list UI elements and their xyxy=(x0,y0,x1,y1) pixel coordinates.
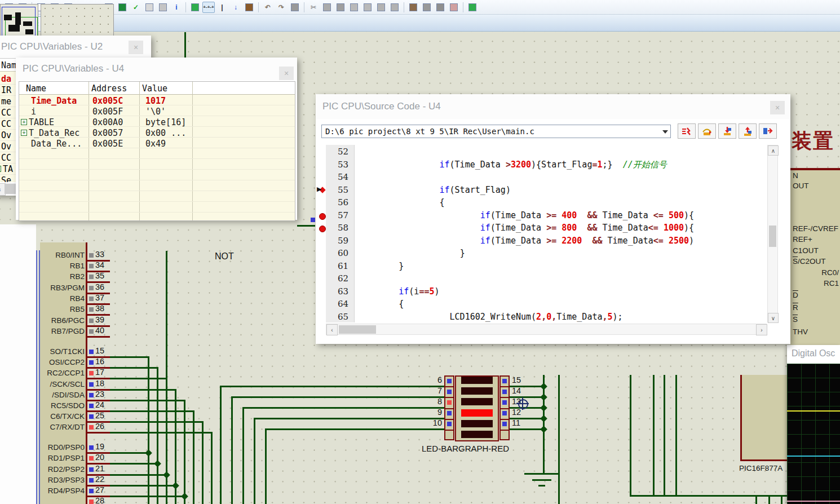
block-rotate-icon[interactable] xyxy=(375,2,387,13)
toolbar-separator xyxy=(463,2,463,12)
page-refresh-icon[interactable] xyxy=(189,2,201,13)
card-icon[interactable] xyxy=(143,2,156,13)
pick-parts-icon[interactable] xyxy=(407,2,419,13)
block-delete-icon[interactable] xyxy=(388,2,401,13)
cursor-icon[interactable]: ↖ xyxy=(89,2,101,13)
toolbar-separator xyxy=(304,2,304,12)
info-icon[interactable]: i xyxy=(170,2,183,13)
list-icon[interactable] xyxy=(157,2,169,13)
packaging-icon[interactable] xyxy=(434,2,446,13)
main-toolbar: #↖✓i+-+-+|↓↶↷✂ xyxy=(0,0,840,15)
toolbar-separator xyxy=(258,2,259,12)
block-move-icon[interactable] xyxy=(361,2,374,13)
cut-icon[interactable]: ✂ xyxy=(307,2,320,13)
tab-label: 图绘制 xyxy=(6,19,29,29)
zoom-select-icon[interactable] xyxy=(103,2,115,13)
proteus-app: #↖✓i+-+-+|↓↶↷✂ 图绘制 × RB0/INT33RB134RB235… xyxy=(0,0,840,504)
toolbar-separator xyxy=(185,2,186,12)
tab-close-icon[interactable]: × xyxy=(34,19,39,29)
cursor-line-icon[interactable]: | xyxy=(216,2,228,13)
block-copy-icon[interactable] xyxy=(348,2,360,13)
select-area-icon[interactable] xyxy=(289,2,301,13)
decompose-icon[interactable] xyxy=(448,2,460,13)
rotate-ccw-icon[interactable]: ↶ xyxy=(262,2,274,13)
copy-icon[interactable] xyxy=(321,2,333,13)
columns-add-icon[interactable] xyxy=(62,2,74,13)
component-icon[interactable] xyxy=(116,2,129,13)
rotate-cw-icon[interactable]: ↷ xyxy=(275,2,288,13)
paste-icon[interactable] xyxy=(334,2,347,13)
waypoints-icon[interactable]: +-+-+ xyxy=(202,2,215,13)
columns-icon[interactable] xyxy=(48,2,61,13)
new-project-icon[interactable] xyxy=(3,2,15,13)
arrow-down-icon[interactable]: ↓ xyxy=(229,2,242,13)
toolbar-separator xyxy=(32,2,32,12)
zoom-icon[interactable] xyxy=(243,2,255,13)
toolbar-separator xyxy=(404,2,404,12)
schematic-canvas[interactable] xyxy=(0,31,840,504)
check-icon[interactable]: ✓ xyxy=(130,2,142,13)
grid-icon[interactable]: # xyxy=(76,2,88,13)
open-project-icon[interactable] xyxy=(16,2,29,13)
tab-schematic-drawing[interactable]: 图绘制 × xyxy=(0,16,45,31)
new-sheet-icon[interactable] xyxy=(35,2,47,13)
tab-bar xyxy=(0,15,840,32)
bitmap-mode-icon[interactable] xyxy=(466,2,479,13)
make-device-icon[interactable] xyxy=(421,2,433,13)
